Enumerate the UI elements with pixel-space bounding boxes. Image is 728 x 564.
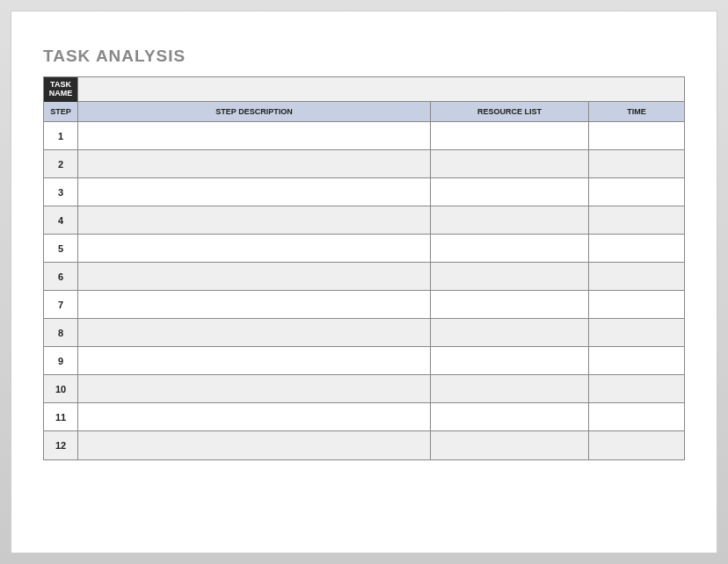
step-number: 3 xyxy=(58,187,63,198)
header-time: TIME xyxy=(589,102,684,122)
cell-time[interactable] xyxy=(589,178,684,206)
cell-resource[interactable] xyxy=(431,122,589,150)
task-name-row: TASK NAME xyxy=(44,77,684,102)
step-number: 6 xyxy=(58,271,63,282)
table-row: 8 xyxy=(44,319,684,347)
cell-resource[interactable] xyxy=(431,206,589,235)
page-title: TASK ANALYSIS xyxy=(43,47,685,66)
cell-time[interactable] xyxy=(589,347,684,375)
table-row: 12 xyxy=(44,431,684,459)
cell-resource[interactable] xyxy=(431,178,589,206)
table-row: 9 xyxy=(44,347,684,375)
cell-description[interactable] xyxy=(78,431,431,459)
table-row: 11 xyxy=(44,403,684,431)
cell-description[interactable] xyxy=(78,319,431,347)
step-number: 1 xyxy=(58,131,63,141)
cell-time[interactable] xyxy=(589,375,684,403)
cell-step: 5 xyxy=(44,235,78,263)
table-row: 3 xyxy=(44,178,684,206)
cell-time[interactable] xyxy=(589,263,684,291)
step-number: 11 xyxy=(55,412,66,423)
step-number: 4 xyxy=(58,215,63,226)
cell-resource[interactable] xyxy=(431,431,589,459)
cell-step: 1 xyxy=(44,122,78,150)
table-row: 2 xyxy=(44,150,684,178)
cell-step: 12 xyxy=(44,431,78,459)
cell-time[interactable] xyxy=(589,431,684,459)
step-number: 9 xyxy=(58,356,63,366)
cell-resource[interactable] xyxy=(431,403,589,431)
table-row: 1 xyxy=(44,122,684,150)
task-analysis-table: TASK NAME STEP STEP DESCRIPTION RESOURCE… xyxy=(43,76,685,460)
header-description: STEP DESCRIPTION xyxy=(78,102,431,122)
cell-step: 6 xyxy=(44,263,78,291)
document-page: TASK ANALYSIS TASK NAME STEP STEP DESCRI… xyxy=(11,11,717,553)
cell-description[interactable] xyxy=(78,206,431,235)
cell-resource[interactable] xyxy=(431,150,589,178)
step-number: 7 xyxy=(58,300,63,310)
table-header-row: STEP STEP DESCRIPTION RESOURCE LIST TIME xyxy=(44,102,684,122)
task-name-label: TASK NAME xyxy=(44,77,78,102)
cell-resource[interactable] xyxy=(431,263,589,291)
step-number: 5 xyxy=(58,243,63,254)
cell-description[interactable] xyxy=(78,178,431,206)
cell-time[interactable] xyxy=(589,150,684,178)
cell-step: 10 xyxy=(44,375,78,403)
cell-description[interactable] xyxy=(78,263,431,291)
cell-resource[interactable] xyxy=(431,375,589,403)
cell-time[interactable] xyxy=(589,206,684,235)
step-number: 8 xyxy=(58,328,63,338)
cell-time[interactable] xyxy=(589,122,684,150)
cell-description[interactable] xyxy=(78,150,431,178)
header-step: STEP xyxy=(44,102,78,122)
step-number: 10 xyxy=(55,384,66,394)
cell-time[interactable] xyxy=(589,291,684,319)
cell-time[interactable] xyxy=(589,403,684,431)
table-row: 4 xyxy=(44,206,684,235)
cell-description[interactable] xyxy=(78,347,431,375)
header-resource: RESOURCE LIST xyxy=(431,102,589,122)
cell-step: 3 xyxy=(44,178,78,206)
task-name-value[interactable] xyxy=(78,77,684,102)
cell-description[interactable] xyxy=(78,235,431,263)
cell-description[interactable] xyxy=(78,291,431,319)
cell-resource[interactable] xyxy=(431,291,589,319)
step-number: 2 xyxy=(58,159,63,170)
cell-resource[interactable] xyxy=(431,347,589,375)
cell-time[interactable] xyxy=(589,235,684,263)
cell-description[interactable] xyxy=(78,122,431,150)
cell-step: 9 xyxy=(44,347,78,375)
cell-description[interactable] xyxy=(78,403,431,431)
cell-step: 8 xyxy=(44,319,78,347)
cell-resource[interactable] xyxy=(431,319,589,347)
cell-time[interactable] xyxy=(589,319,684,347)
cell-step: 11 xyxy=(44,403,78,431)
step-number: 12 xyxy=(55,440,66,451)
cell-step: 4 xyxy=(44,206,78,235)
table-body: 123456789101112 xyxy=(44,122,684,459)
cell-resource[interactable] xyxy=(431,235,589,263)
table-row: 6 xyxy=(44,263,684,291)
table-row: 10 xyxy=(44,375,684,403)
cell-step: 7 xyxy=(44,291,78,319)
table-row: 7 xyxy=(44,291,684,319)
cell-description[interactable] xyxy=(78,375,431,403)
table-row: 5 xyxy=(44,235,684,263)
cell-step: 2 xyxy=(44,150,78,178)
